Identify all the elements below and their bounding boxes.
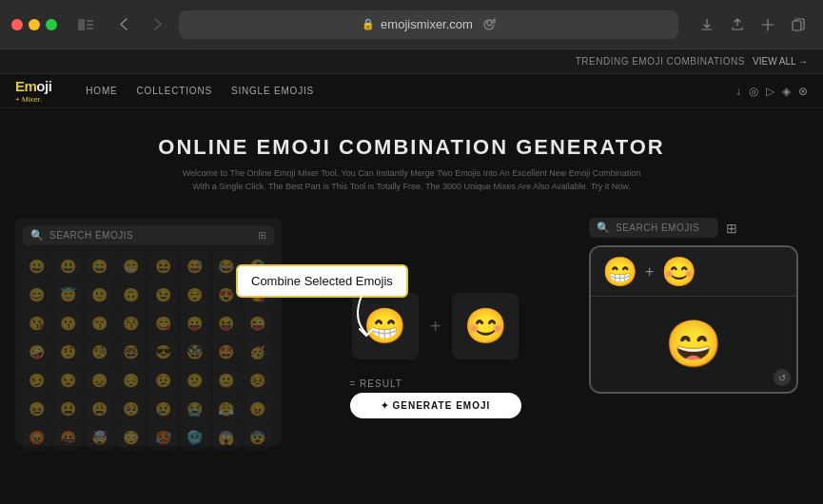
mixer-slot-2[interactable]: 😊 — [452, 293, 519, 359]
top-banner: TRENDING EMOJI COMBINATIONS VIEW ALL → — [0, 49, 823, 74]
right-search-bar[interactable]: 🔍 — [589, 218, 718, 238]
emoji-cell[interactable]: 🙂 — [87, 281, 113, 308]
emoji-cell[interactable]: 😕 — [181, 367, 207, 394]
emoji-cell[interactable]: 🤩 — [213, 339, 240, 365]
emoji-cell[interactable]: 😤 — [213, 396, 240, 422]
hero-section: ONLINE EMOJI COMBINATION GENERATOR Welco… — [0, 108, 823, 208]
emoji-cell[interactable]: 😃 — [54, 253, 81, 280]
close-button[interactable] — [11, 19, 23, 30]
emoji-cell[interactable]: 😊 — [23, 281, 49, 308]
nav-collections[interactable]: COLLECTIONS — [137, 86, 212, 96]
generate-button[interactable]: ✦ GENERATE EMOJI — [350, 393, 521, 418]
emoji-cell[interactable]: 🤨 — [54, 339, 81, 365]
svg-rect-2 — [87, 24, 93, 26]
nav-home[interactable]: HOME — [86, 86, 117, 96]
new-tab-icon[interactable] — [754, 11, 781, 38]
right-panel-grid-icon[interactable]: ⊞ — [726, 221, 737, 236]
emoji-cell[interactable]: 😎 — [149, 339, 176, 365]
emoji-cell[interactable]: 😱 — [213, 424, 240, 451]
minimize-button[interactable] — [29, 19, 40, 30]
refresh-icon — [482, 18, 496, 31]
emoji-cell[interactable]: 😀 — [23, 253, 49, 280]
emoji-cell[interactable]: 😗 — [54, 310, 81, 337]
emoji-cell[interactable]: 😘 — [23, 310, 49, 337]
social-icon-4[interactable]: ◈ — [782, 85, 791, 98]
emoji-cell[interactable]: 😒 — [54, 367, 81, 394]
emoji-cell[interactable]: 😝 — [213, 310, 240, 337]
emoji-cell[interactable]: 😢 — [149, 396, 176, 422]
refresh-result-button[interactable]: ↺ — [774, 369, 791, 386]
browser-actions — [694, 11, 812, 38]
emoji-cell[interactable]: 😏 — [23, 367, 49, 394]
emoji-cell[interactable]: 😫 — [54, 396, 81, 422]
emoji-cell[interactable]: 😳 — [118, 424, 145, 451]
emoji-cell[interactable]: 🙁 — [213, 367, 240, 394]
download-icon[interactable] — [694, 11, 720, 38]
emoji-cell[interactable]: 😠 — [245, 396, 271, 422]
emoji-cell[interactable]: 😌 — [181, 281, 207, 308]
search-input-right[interactable] — [616, 223, 711, 233]
emoji-cell[interactable]: 🤓 — [118, 339, 145, 365]
forward-button[interactable] — [145, 11, 171, 38]
result-emoji: 😄 — [665, 318, 722, 371]
emoji-cell[interactable]: 😡 — [23, 424, 49, 451]
emoji-cell[interactable]: 🥸 — [181, 339, 207, 365]
emoji-cell[interactable]: 😣 — [245, 367, 271, 394]
svg-rect-4 — [793, 21, 801, 30]
emoji-cell[interactable]: 🤯 — [87, 424, 113, 451]
emoji-cell[interactable]: 🧐 — [87, 339, 113, 365]
emoji-cell[interactable]: 🥺 — [118, 396, 145, 422]
emoji-cell[interactable]: 😞 — [87, 367, 113, 394]
emoji-cell[interactable]: 😜 — [245, 310, 271, 337]
nav-single-emojis[interactable]: SINGLE EMOJIS — [231, 86, 314, 96]
emoji-cell[interactable]: 😉 — [149, 281, 176, 308]
emoji-cell[interactable]: 🤬 — [54, 424, 81, 451]
view-all-link[interactable]: VIEW ALL → — [753, 56, 808, 67]
emoji-cell[interactable]: 🥶 — [181, 424, 207, 451]
emoji-cell[interactable]: 😁 — [118, 253, 145, 280]
emoji-cell[interactable]: 😟 — [149, 367, 176, 394]
hero-description: Welcome to The Online Emoji Mixer Tool. … — [174, 167, 650, 193]
search-icon-right: 🔍 — [597, 222, 610, 234]
svg-rect-3 — [87, 28, 93, 29]
combo-emoji-2[interactable]: 😊 — [661, 255, 696, 288]
emoji-cell[interactable]: 😖 — [23, 396, 49, 422]
search-icon-left: 🔍 — [30, 229, 44, 242]
svg-rect-0 — [78, 19, 85, 30]
left-search-bar[interactable]: 🔍 ⊞ — [23, 225, 274, 245]
back-button[interactable] — [110, 11, 137, 38]
emoji-cell[interactable]: 🤪 — [23, 339, 49, 365]
emoji-cell[interactable]: 🙃 — [118, 281, 145, 308]
copy-icon[interactable] — [785, 11, 812, 38]
right-panel: 🔍 ⊞ 😁 + 😊 😄 ↺ — [589, 218, 808, 446]
emoji-cell[interactable]: 🥵 — [149, 424, 176, 451]
emoji-cell[interactable]: 😔 — [118, 367, 145, 394]
emoji-cell[interactable]: 😋 — [149, 310, 176, 337]
combo-emoji-1[interactable]: 😁 — [602, 255, 637, 288]
search-input-left[interactable] — [49, 230, 252, 241]
social-icon-1[interactable]: ↓ — [735, 85, 741, 98]
address-bar[interactable]: 🔒 emojismixer.com — [179, 10, 678, 39]
share-icon[interactable] — [724, 11, 751, 38]
emoji-cell[interactable]: 😩 — [87, 396, 113, 422]
combo-emoji-pair: 😁 + 😊 — [602, 255, 696, 288]
emoji-cell[interactable]: 😇 — [54, 281, 81, 308]
emoji-cell[interactable]: 😄 — [87, 253, 113, 280]
emoji-cell[interactable]: 😭 — [181, 396, 207, 422]
emoji-cell[interactable]: 😅 — [181, 253, 207, 280]
social-icon-5[interactable]: ⊛ — [798, 85, 808, 98]
maximize-button[interactable] — [46, 19, 57, 30]
social-icon-3[interactable]: ▷ — [766, 85, 774, 98]
social-icon-2[interactable]: ◎ — [749, 85, 758, 98]
sidebar-toggle-icon[interactable] — [72, 11, 99, 38]
browser-chrome: 🔒 emojismixer.com — [0, 0, 823, 49]
logo[interactable]: Emoji + Mixer. — [15, 78, 51, 104]
emoji-cell[interactable]: 🥳 — [245, 339, 271, 365]
emoji-cell[interactable]: 😛 — [181, 310, 207, 337]
grid-icon-left[interactable]: ⊞ — [258, 229, 266, 242]
emoji-cell[interactable]: 😨 — [245, 424, 271, 451]
emoji-cell[interactable]: 😙 — [87, 310, 113, 337]
emoji-cell[interactable]: 😆 — [149, 253, 176, 280]
emoji-cell[interactable]: 😚 — [118, 310, 145, 337]
mixer-plus-sign: + — [430, 316, 441, 338]
